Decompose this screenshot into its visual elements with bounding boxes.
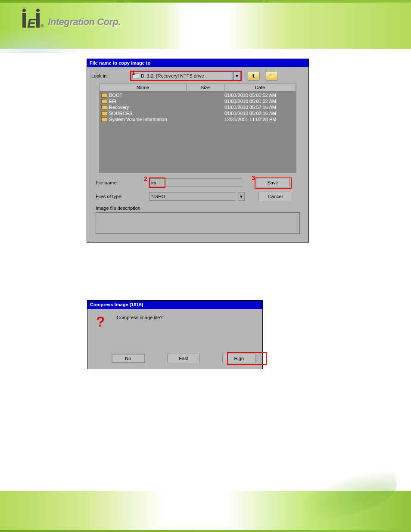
annotation-1: 1 [132, 69, 135, 76]
no-button[interactable]: No [112, 354, 145, 363]
look-in-combo[interactable]: D: 1.2: [Recovery] NTFS drive [131, 72, 233, 80]
iei-logo-icon: E® [22, 13, 44, 31]
fast-button[interactable]: Fast [167, 354, 200, 363]
folder-icon [101, 105, 107, 110]
file-save-dialog: File name to copy image to Look in: 1 D:… [87, 59, 309, 243]
brand-text: Integration Corp. [48, 16, 121, 28]
folder-icon [101, 111, 107, 116]
list-item[interactable]: System Volume Information 12/31/2001 11:… [101, 116, 294, 122]
annotation-3: 3 [252, 174, 255, 181]
cancel-button[interactable]: Cancel [258, 192, 292, 201]
folder-icon [101, 117, 107, 122]
leaf-decoration [296, 468, 401, 523]
annotation-2: 2 [144, 175, 147, 182]
list-item[interactable]: EFI 01/03/2010 05:01:02 AM [101, 98, 294, 104]
dialog-title: Compress Image (1916) [87, 301, 262, 309]
compress-image-dialog: Compress Image (1916) Compress image fil… [87, 300, 263, 369]
new-folder-button[interactable]: 📁 [266, 71, 278, 81]
list-item[interactable]: BOOT 01/03/2010 05:00:52 AM [101, 92, 294, 98]
col-size[interactable]: Size [187, 84, 224, 91]
file-name-label: File name: [96, 180, 146, 185]
look-in-dropdown-button[interactable]: ▼ [233, 72, 241, 80]
look-in-highlight: D: 1.2: [Recovery] NTFS drive ▼ [130, 71, 242, 81]
column-headers: Name Size Date [100, 84, 296, 91]
file-name-input[interactable] [149, 178, 242, 187]
logo: E® Integration Corp. [22, 13, 121, 31]
footer-banner [0, 491, 411, 532]
list-item[interactable]: SOURCES 01/03/2010 05:02:16 AM [101, 110, 294, 116]
files-of-type-dropdown-button[interactable]: ▼ [238, 192, 245, 201]
look-in-value: D: 1.2: [Recovery] NTFS drive [141, 73, 204, 78]
col-date[interactable]: Date [224, 84, 296, 91]
header-banner: E® Integration Corp. [0, 0, 411, 49]
up-folder-button[interactable]: ⮬ [248, 71, 260, 81]
folder-icon [101, 93, 107, 98]
list-item[interactable]: Recovery 01/03/2010 05:57:16 AM [101, 104, 294, 110]
files-of-type-label: Files of type: [96, 194, 146, 199]
image-description-label: Image file description: [96, 205, 300, 211]
up-arrow-icon: ⮬ [251, 73, 256, 79]
image-description-input[interactable] [96, 212, 300, 234]
look-in-label: Look in: [91, 73, 126, 78]
save-button[interactable]: Save [256, 178, 290, 187]
folder-icon [101, 99, 107, 104]
high-button[interactable]: High [222, 354, 255, 363]
col-name[interactable]: Name [100, 84, 187, 91]
question-icon [94, 315, 110, 332]
file-list[interactable]: Name Size Date BOOT 01/03/2010 05:00:52 … [99, 84, 296, 173]
folder-star-icon: 📁 [269, 73, 275, 79]
files-of-type-combo[interactable]: *.GHO [149, 192, 235, 201]
compress-prompt: Compress image file? [117, 315, 162, 320]
dialog-title: File name to copy image to [87, 59, 308, 67]
